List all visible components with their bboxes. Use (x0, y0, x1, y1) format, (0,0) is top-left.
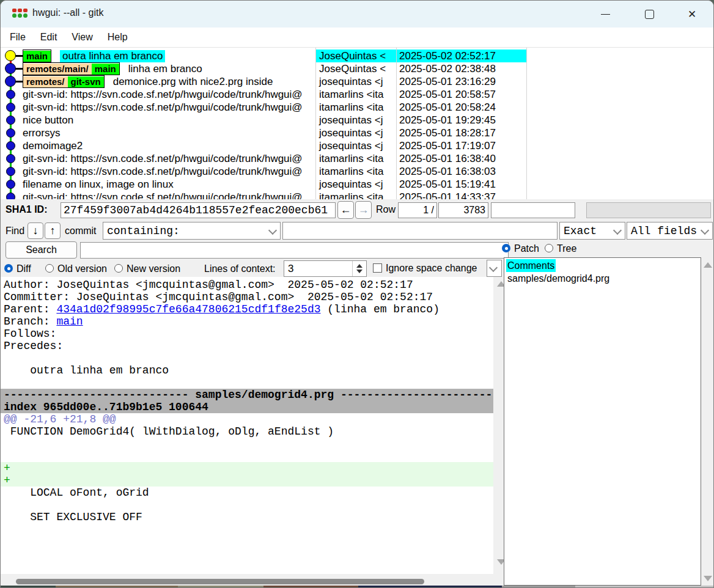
ignore-space-checkbox[interactable] (373, 263, 382, 273)
commit-row[interactable]: errorsysjosequintas <j2025-05-01 18:28:1… (1, 127, 713, 139)
menu-file[interactable]: File (1, 32, 33, 43)
chevron-down-icon (268, 226, 277, 234)
commit-date: 2025-05-01 20:58:57 (396, 88, 526, 101)
commit-author: itamarlins <ita (315, 101, 396, 114)
icon-red-bar (12, 9, 17, 12)
diff-line: Committer: JoseQuintas <jmcquintas@gmal.… (1, 291, 493, 303)
file-list-scrollbar[interactable] (701, 257, 714, 588)
maximize-icon (645, 10, 654, 19)
commit-date: 2025-05-01 19:29:45 (396, 114, 526, 127)
close-button[interactable]: ✕ (678, 1, 706, 28)
commit-row[interactable]: git-svn-id: https://svn.code.sf.net/p/hw… (1, 88, 713, 101)
find-query-input[interactable] (282, 222, 558, 240)
chevron-down-icon (701, 226, 709, 234)
spinner-buttons[interactable] (352, 261, 366, 276)
fields-value: All fields (631, 225, 697, 237)
diff-line: ---------------------------- samples/dem… (1, 389, 493, 401)
row-current-field[interactable] (398, 202, 437, 218)
sha1-context-field[interactable] (491, 202, 575, 218)
commit-row[interactable]: mainoutra linha em brancoJoseQuintas <20… (1, 50, 713, 62)
ref-label-branch[interactable]: main (92, 64, 119, 75)
commit-row[interactable]: git-svn-id: https://svn.code.sf.net/p/hw… (1, 152, 713, 165)
menu-edit[interactable]: Edit (33, 32, 65, 43)
diff-line: Branch: main (1, 315, 493, 328)
blue-commit-dot (6, 141, 15, 150)
match-mode-value: Exact (564, 225, 597, 237)
blue-commit-dot (6, 128, 15, 138)
maximize-button[interactable] (635, 1, 663, 28)
fields-dropdown[interactable]: All fields (627, 222, 713, 240)
commit-author: itamarlins <ita (315, 152, 396, 165)
commit-author: josequintas <j (315, 127, 396, 139)
parent-commit-link[interactable]: 434a1d02f98995c7fe66a47806215cdf1f8e25d3 (56, 303, 320, 315)
ref-label-remote[interactable]: remotes/main/ (23, 64, 92, 75)
commit-author: JoseQuintas < (315, 62, 396, 75)
commit-row[interactable]: remotes/git-svndemonice.prg with nice2.p… (1, 75, 713, 88)
branch-link[interactable]: main (56, 315, 83, 328)
back-button[interactable]: ← (337, 201, 354, 219)
minimize-icon (601, 14, 610, 15)
row-total-field (438, 202, 488, 218)
commit-date: 2025-05-01 14:33:37 (396, 191, 526, 199)
scroll-up-icon[interactable] (704, 262, 712, 268)
menu-view[interactable]: View (64, 32, 100, 43)
diff-radio[interactable] (4, 264, 13, 273)
blue-commit-dot (6, 103, 15, 112)
close-icon: ✕ (688, 8, 696, 21)
patch-radio[interactable] (502, 244, 510, 252)
blue-commit-dot (6, 90, 15, 99)
ref-label-branch[interactable]: git-svn (68, 76, 104, 87)
sha1-input[interactable] (61, 202, 336, 218)
ref-labels[interactable]: main (23, 50, 51, 62)
lines-of-context-label: Lines of context: (204, 263, 276, 274)
commit-row[interactable]: git-svn-id: https://svn.code.sf.net/p/hw… (1, 101, 713, 114)
commit-row[interactable]: git-svn-id: https://svn.code.sf.net/p/hw… (1, 191, 713, 199)
diff-line: Author: JoseQuintas <jmcquintas@gmal.com… (1, 279, 493, 291)
menu-help[interactable]: Help (100, 32, 135, 43)
scroll-down-icon[interactable] (704, 576, 712, 581)
commit-date: 2025-05-01 17:19:07 (396, 139, 526, 152)
commit-date: 2025-05-01 16:38:03 (396, 165, 526, 178)
commit-row[interactable]: git-svn-id: https://svn.code.sf.net/p/hw… (1, 165, 713, 178)
commit-date: 2025-05-02 02:38:48 (396, 62, 526, 75)
row-label: Row (376, 204, 396, 215)
ref-label-branch[interactable]: main (23, 51, 51, 62)
forward-button[interactable]: → (355, 201, 372, 219)
blue-commit-dot (5, 63, 16, 74)
find-type-value: containing: (107, 225, 180, 237)
commit-list-pane: mainoutra linha em brancoJoseQuintas <20… (1, 48, 713, 199)
ref-labels[interactable]: remotes/main/main (23, 62, 120, 75)
commit-row[interactable]: filename on linux, image on linuxjosequi… (1, 178, 713, 191)
match-mode-dropdown[interactable]: Exact (559, 222, 625, 240)
commit-author: itamarlins <ita (315, 165, 396, 178)
file-list-panel[interactable]: Commentssamples/demogrid4.prg (504, 257, 701, 586)
commit-row[interactable]: remotes/main/mainlinha em brancoJoseQuin… (1, 62, 713, 75)
commit-subject: git-svn-id: https://svn.code.sf.net/p/hw… (23, 101, 303, 114)
search-input[interactable] (80, 242, 509, 259)
file-list-item[interactable]: Comments (504, 259, 701, 272)
status-field (586, 202, 711, 218)
lines-of-context-value[interactable] (284, 261, 356, 276)
find-next-button[interactable]: ↓ (28, 222, 43, 239)
commit-row[interactable]: demoimage2josequintas <j2025-05-01 17:19… (1, 139, 713, 152)
find-type-dropdown[interactable]: containing: (103, 222, 281, 240)
commit-date: 2025-05-01 23:16:29 (396, 75, 526, 88)
old-version-radio[interactable] (45, 264, 54, 273)
diff-encoding-dropdown[interactable] (487, 260, 502, 277)
scrollbar-thumb[interactable] (16, 579, 424, 584)
commit-row[interactable]: nice buttonjosequintas <j2025-05-01 19:2… (1, 114, 713, 127)
diff-pane[interactable]: Author: JoseQuintas <jmcquintas@gmal.com… (1, 277, 493, 574)
blue-commit-dot (6, 180, 15, 189)
tree-radio[interactable] (545, 244, 553, 252)
diff-line: LOCAL oFont, oGrid (1, 487, 493, 499)
find-prev-button[interactable]: ↑ (45, 222, 61, 239)
search-button[interactable]: Search (6, 241, 77, 259)
icon-red-bar (18, 9, 22, 12)
lines-of-context-spinner[interactable] (284, 260, 367, 277)
new-version-radio[interactable] (114, 264, 123, 273)
sha1-label: SHA1 ID: (6, 204, 47, 215)
file-list-item[interactable]: samples/demogrid4.prg (504, 272, 701, 285)
ref-labels[interactable]: remotes/git-svn (23, 75, 105, 88)
ref-label-remote[interactable]: remotes/ (23, 76, 68, 87)
minimize-button[interactable] (591, 1, 619, 28)
